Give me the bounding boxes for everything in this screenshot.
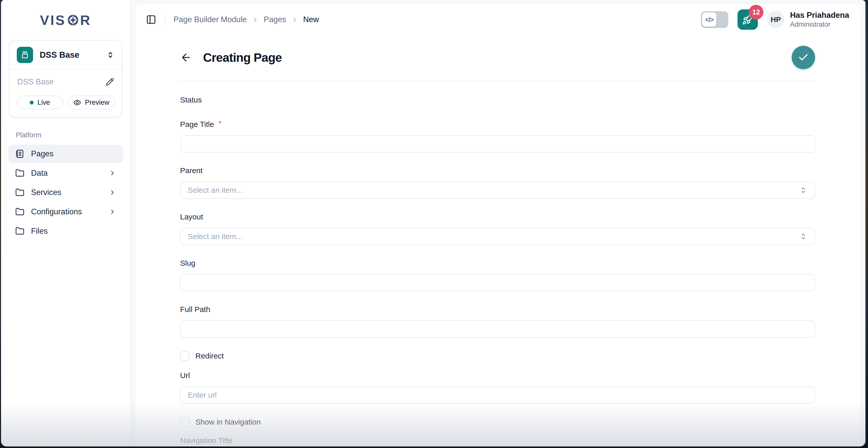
code-mode-toggle[interactable]: </> [701, 11, 728, 28]
deploy-button-wrapper: 12 [738, 9, 758, 30]
page-title-label-row: Page Title * [180, 120, 815, 129]
eye-icon [73, 99, 81, 106]
chevron-right-icon [252, 16, 259, 23]
save-button[interactable] [792, 46, 815, 69]
folder-icon [15, 188, 24, 197]
check-icon [798, 52, 809, 63]
page-title-input[interactable] [180, 135, 815, 153]
preview-button[interactable]: Preview [68, 96, 115, 109]
chevron-right-icon [109, 189, 116, 196]
brand-logo: VIS R [1, 0, 130, 40]
main-area: Page Builder Module Pages New </> [131, 0, 865, 446]
sidebar-item-files[interactable]: Files [8, 222, 123, 240]
slug-input[interactable] [180, 274, 815, 291]
chevrons-up-down-icon [799, 186, 808, 195]
app-window: VIS R DSS Base [1, 0, 865, 446]
redirect-label: Redirect [195, 352, 224, 360]
arrow-left-icon [180, 52, 192, 63]
parent-select-placeholder: Select an item... [188, 186, 799, 194]
workspace-selector[interactable]: DSS Base [10, 41, 122, 69]
heading-divider [180, 81, 815, 82]
workspace-card: DSS Base DSS Base Live [9, 40, 122, 118]
pencil-icon [106, 78, 114, 86]
workspace-name-text: DSS Base [17, 77, 54, 87]
sidebar-item-label: Configurations [31, 207, 82, 216]
status-label: Status [180, 96, 815, 104]
live-status-dot [30, 101, 34, 104]
page-body: Creating Page Status Page Title * Parent [135, 35, 860, 446]
parent-select[interactable]: Select an item... [180, 182, 815, 199]
workspace-selected-name: DSS Base [40, 50, 100, 60]
page-heading-row: Creating Page [180, 46, 815, 69]
show-in-navigation-checkbox[interactable] [180, 417, 189, 427]
live-button-label: Live [37, 99, 50, 106]
layout-select[interactable]: Select an item... [180, 228, 815, 245]
creating-page-form: Status Page Title * Parent Select an ite… [180, 96, 815, 445]
sidebar-section-label: Platform [16, 131, 130, 139]
parent-label: Parent [180, 166, 815, 175]
required-marker: * [219, 119, 222, 128]
url-label: Url [180, 371, 815, 380]
navigation-title-label: Navigation Title [180, 436, 815, 445]
breadcrumb-item-current: New [303, 15, 319, 24]
page-title: Creating Page [203, 51, 282, 65]
workspace-app-icon [17, 47, 33, 63]
chevrons-up-down-icon [106, 51, 115, 59]
breadcrumb-item-module[interactable]: Page Builder Module [174, 15, 247, 24]
sidebar-toggle-button[interactable] [146, 14, 157, 25]
avatar: HP [767, 11, 784, 28]
preview-button-label: Preview [85, 99, 110, 106]
full-path-input[interactable] [180, 320, 815, 338]
edit-workspace-button[interactable] [106, 78, 114, 86]
layout-select-placeholder: Select an item... [188, 232, 799, 241]
topbar-right-cluster: </> 12 H [701, 9, 849, 30]
notebook-icon [15, 149, 24, 158]
folder-icon [15, 168, 24, 178]
sidebar-nav: Pages Data Services Configura [8, 145, 123, 240]
folder-icon [15, 207, 24, 216]
logo-text-pre: VIS [40, 12, 66, 28]
workspace-name-row: DSS Base [10, 70, 122, 89]
chevron-right-icon [109, 169, 116, 177]
breadcrumb-item-pages[interactable]: Pages [264, 15, 286, 24]
slug-label: Slug [180, 259, 815, 267]
sidebar-item-label: Pages [31, 149, 54, 158]
redirect-checkbox[interactable] [180, 351, 189, 360]
topbar: Page Builder Module Pages New </> [135, 4, 860, 35]
code-icon: </> [702, 12, 716, 27]
breadcrumb: Page Builder Module Pages New [174, 15, 319, 24]
redirect-row: Redirect [180, 351, 815, 360]
back-button[interactable] [180, 51, 192, 64]
user-name: Has Priahadena [790, 10, 849, 20]
user-role: Administrator [790, 20, 849, 29]
sidebar-item-services[interactable]: Services [8, 183, 123, 202]
live-button[interactable]: Live [16, 96, 64, 109]
url-input[interactable] [180, 386, 815, 404]
sidebar-item-configurations[interactable]: Configurations [8, 203, 123, 221]
user-menu[interactable]: HP Has Priahadena Administrator [767, 10, 849, 29]
folder-icon [15, 227, 24, 236]
notification-badge: 12 [749, 5, 764, 20]
full-path-label: Full Path [180, 305, 815, 314]
sidebar-item-label: Files [31, 227, 48, 236]
workspace-actions: Live Preview [10, 89, 122, 117]
content-card: Page Builder Module Pages New </> [135, 4, 860, 446]
chevron-right-icon [109, 208, 116, 215]
chevron-right-icon [291, 16, 298, 23]
sidebar-item-label: Data [31, 168, 48, 178]
sidebar-item-pages[interactable]: Pages [8, 145, 123, 163]
show-in-navigation-row: Show in Navigation [180, 417, 815, 427]
sidebar-item-label: Services [31, 188, 61, 197]
chevrons-up-down-icon [799, 232, 808, 241]
topbar-divider [165, 13, 165, 27]
logo-text-post: R [80, 12, 91, 28]
sidebar-item-data[interactable]: Data [8, 164, 123, 182]
layout-label: Layout [180, 213, 815, 221]
show-in-navigation-label: Show in Navigation [195, 418, 261, 426]
page-title-label: Page Title [180, 120, 214, 129]
panel-left-icon [146, 14, 156, 25]
sidebar: VIS R DSS Base [1, 0, 131, 446]
logo-star-o-icon [67, 14, 79, 26]
